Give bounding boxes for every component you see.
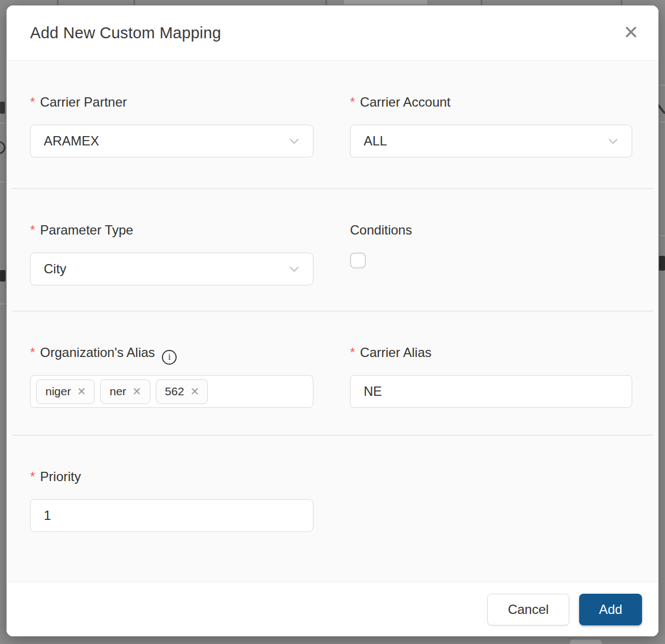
close-icon[interactable]: ✕ — [623, 23, 639, 42]
backdrop-table-line — [133, 0, 135, 5]
form-row-priority: *Priority — [7, 436, 658, 583]
carrier-account-label: *Carrier Account — [350, 93, 632, 113]
parameter-type-field: *Parameter Type City — [30, 221, 313, 312]
backdrop-search-icon-fragment — [0, 141, 5, 154]
form-row-carrier: *Carrier Partner ARAMEX *Carrier Account… — [7, 61, 658, 189]
conditions-field: Conditions — [350, 221, 632, 312]
required-asterisk: * — [350, 95, 355, 109]
dialog-header: Add New Custom Mapping ✕ — [7, 5, 658, 61]
chevron-down-icon — [288, 134, 301, 148]
required-asterisk: * — [350, 345, 355, 360]
backdrop-button-fragment — [570, 640, 602, 644]
conditions-label: Conditions — [350, 221, 632, 241]
tag-remove-icon[interactable]: ✕ — [190, 386, 200, 397]
priority-field: *Priority — [30, 467, 313, 583]
parameter-type-label: *Parameter Type — [30, 221, 313, 241]
required-asterisk: * — [30, 469, 35, 484]
carrier-partner-value: ARAMEX — [44, 133, 99, 149]
cancel-button[interactable]: Cancel — [487, 594, 569, 625]
backdrop-table-line — [621, 0, 622, 5]
info-icon[interactable]: i — [162, 350, 177, 365]
backdrop-line-fragment — [659, 235, 665, 236]
backdrop-line-fragment — [659, 121, 665, 122]
organizations-alias-input[interactable]: niger✕ner✕562✕ — [30, 375, 313, 408]
carrier-alias-field: *Carrier Alias — [350, 343, 632, 436]
carrier-account-value: ALL — [364, 133, 387, 149]
parameter-type-value: City — [44, 261, 66, 277]
backdrop-table-line — [57, 0, 59, 5]
backdrop-text-fragment — [0, 102, 5, 114]
dialog-title: Add New Custom Mapping — [30, 24, 221, 42]
backdrop-table-line — [325, 0, 327, 5]
parameter-type-select[interactable]: City — [30, 253, 313, 285]
backdrop-line-fragment — [0, 303, 7, 305]
backdrop-line-fragment — [659, 85, 665, 86]
alias-tag: niger✕ — [36, 379, 95, 404]
carrier-partner-label: *Carrier Partner — [30, 93, 313, 113]
add-button[interactable]: Add — [579, 594, 642, 625]
required-asterisk: * — [30, 223, 35, 237]
alias-tag-label: ner — [109, 385, 126, 398]
required-asterisk: * — [30, 95, 35, 109]
carrier-alias-input[interactable] — [350, 375, 632, 408]
carrier-account-select[interactable]: ALL — [350, 125, 632, 157]
backdrop-highlight-row — [344, 0, 427, 4]
conditions-checkbox[interactable] — [350, 253, 366, 268]
alias-tag: ner✕ — [100, 379, 150, 404]
dialog-body: *Carrier Partner ARAMEX *Carrier Account… — [7, 61, 658, 582]
tag-remove-icon[interactable]: ✕ — [132, 386, 142, 397]
dialog-footer: Cancel Add — [7, 582, 658, 636]
carrier-partner-field: *Carrier Partner ARAMEX — [30, 93, 313, 189]
backdrop-table-line — [481, 0, 482, 5]
carrier-account-field: *Carrier Account ALL — [350, 93, 632, 189]
form-row-parameter: *Parameter Type City Conditions — [7, 189, 658, 312]
backdrop-line-fragment — [0, 122, 7, 124]
backdrop-text-fragment — [0, 270, 5, 282]
priority-input[interactable] — [30, 499, 313, 532]
alias-tag-label: 562 — [165, 385, 184, 398]
carrier-partner-select[interactable]: ARAMEX — [30, 125, 313, 157]
add-custom-mapping-dialog: Add New Custom Mapping ✕ *Carrier Partne… — [7, 5, 658, 636]
priority-label: *Priority — [30, 467, 313, 487]
form-row-alias: *Organization's Aliasi niger✕ner✕562✕ *C… — [7, 312, 658, 436]
chevron-down-icon — [606, 134, 620, 148]
alias-tag: 562✕ — [156, 379, 208, 404]
chevron-down-icon — [288, 262, 301, 276]
backdrop-line-fragment — [0, 182, 7, 183]
carrier-alias-label: *Carrier Alias — [350, 343, 632, 363]
alias-tag-label: niger — [45, 385, 71, 398]
required-asterisk: * — [30, 345, 35, 360]
tag-remove-icon[interactable]: ✕ — [77, 386, 86, 397]
organizations-alias-field: *Organization's Aliasi niger✕ner✕562✕ — [30, 343, 313, 436]
organizations-alias-label: *Organization's Aliasi — [30, 343, 313, 363]
backdrop-text-fragment — [659, 256, 665, 271]
